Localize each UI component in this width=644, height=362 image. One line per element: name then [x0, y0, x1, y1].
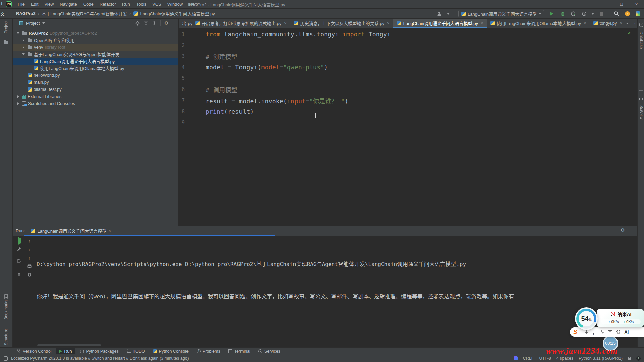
chevron-down-icon[interactable]	[42, 22, 45, 24]
tree-row-venv[interactable]: venv library root	[13, 44, 178, 51]
tree-row-file[interactable]: helloWorld.py	[13, 72, 178, 79]
close-icon[interactable]: ×	[284, 21, 287, 26]
run-console[interactable]: ↑ ↓ ↑ D:\python_pro\RAGPro2\venv\Scripts…	[13, 236, 637, 347]
wrench-icon[interactable]	[17, 247, 21, 251]
toolwindow-services[interactable]: Services	[255, 348, 284, 354]
run-button[interactable]	[548, 10, 555, 17]
tool-stripe-bookmarks[interactable]: Bookmarks	[4, 300, 8, 320]
show-hidden-tabs-icon[interactable]	[626, 23, 629, 24]
horizontal-scrollbar[interactable]	[37, 344, 101, 346]
editor-tab-active[interactable]: LangChain调用通义千问大语言模型.py×	[393, 19, 487, 28]
close-icon[interactable]: ×	[584, 21, 586, 26]
locate-file-icon[interactable]	[135, 21, 140, 26]
tree-row-project-root[interactable]: RAGPro2 D:\python_pro\RAGPro2	[13, 29, 178, 37]
skin-shirt-icon[interactable]	[616, 330, 621, 334]
hide-panel-icon[interactable]: −	[172, 21, 175, 26]
clear-trash-icon[interactable]	[28, 272, 31, 277]
toolwindow-run[interactable]: Run	[56, 348, 75, 354]
tree-row-external-libraries[interactable]: External Libraries	[13, 93, 178, 100]
search-everywhere-icon[interactable]	[613, 10, 620, 17]
minimize-button[interactable]: −	[599, 0, 614, 8]
editor-tab[interactable]: 出.py×	[179, 19, 192, 28]
menu-vcs[interactable]: VCS	[150, 1, 164, 8]
tool-stripe-project[interactable]: Project	[4, 21, 8, 33]
toolwindow-todo[interactable]: TODO	[123, 348, 148, 354]
tool-stripe-sciview[interactable]: SciView	[639, 105, 644, 119]
status-message[interactable]: Localized PyCharm 2023.1.3 is available …	[11, 356, 189, 361]
menu-window[interactable]: Window	[165, 1, 185, 8]
editor-tab[interactable]: 开启思考，打印带思考扩展的流式输出.py×	[192, 19, 290, 28]
tree-row-folder[interactable]: OpenAI库介绍和使用	[13, 37, 178, 44]
tool-stripe-database[interactable]: Database	[639, 32, 644, 49]
menu-code[interactable]: Code	[80, 1, 96, 8]
line-ending-indicator[interactable]: CRLF	[523, 356, 534, 361]
toolwindow-python-packages[interactable]: Python Packages	[76, 348, 122, 354]
close-icon[interactable]: ×	[108, 228, 111, 233]
hide-panel-icon[interactable]: −	[630, 228, 633, 233]
close-icon[interactable]: ×	[620, 21, 623, 26]
scroll-up-icon[interactable]: ↑	[28, 256, 31, 261]
update-available-icon[interactable]: ↑	[624, 10, 631, 17]
toolwindow-terminal[interactable]: Terminal	[225, 348, 254, 354]
notifications-icon[interactable]: !	[636, 356, 641, 361]
nami-ai-widget[interactable]: 纳米AI ↑ 0K/s ↓ 0K/s	[597, 309, 644, 327]
menu-edit[interactable]: Edit	[28, 1, 41, 8]
interpreter-indicator[interactable]: Python 3.11 (RAGPro2)	[579, 356, 623, 361]
toolwindow-version-control[interactable]: Version Control	[13, 348, 55, 354]
tree-row-file[interactable]: 使用LangChain来调用Ollama本地大模型.py	[13, 65, 178, 72]
bookmark-icon[interactable]	[3, 294, 9, 299]
debug-button[interactable]	[559, 10, 566, 17]
folder-icon[interactable]	[3, 40, 9, 45]
menu-file[interactable]: File	[15, 1, 28, 8]
microphone-icon[interactable]	[600, 330, 604, 334]
gear-icon[interactable]: ⚙	[621, 227, 625, 233]
close-icon[interactable]: ×	[387, 21, 390, 26]
editor-tab[interactable]: 历史消息，上下文以及大模型输出的关系.py×	[290, 19, 393, 28]
project-panel-title[interactable]: Project	[26, 21, 40, 26]
chart-icon[interactable]	[638, 95, 644, 101]
sogou-logo[interactable]: S	[573, 329, 577, 336]
menu-navigate[interactable]: Navigate	[57, 1, 79, 8]
ime-cross-icon[interactable]	[585, 330, 589, 334]
editor-tab[interactable]: 使用LangChain来调用Ollama本地大模型.py×	[487, 19, 590, 28]
speed-gauge-widget[interactable]: 54 %	[575, 307, 598, 330]
database-icon[interactable]	[638, 22, 644, 27]
settings-sync-icon[interactable]	[635, 10, 641, 17]
tool-stripe-structure[interactable]: Structure	[4, 329, 8, 345]
tree-row-file[interactable]: main.py	[13, 79, 178, 86]
scroll-down-icon[interactable]: ↓	[28, 247, 31, 252]
print-icon[interactable]	[27, 264, 32, 268]
run-tab[interactable]: LangChain调用通义千问大语言模型 ×	[28, 226, 113, 235]
collapse-all-icon[interactable]	[152, 21, 157, 25]
tree-row-selected-file[interactable]: LangChain调用通义千问大语言模型.py	[13, 58, 178, 65]
tree-row-folder[interactable]: 基于LangChain实现RAG与Agent智能体开发	[13, 51, 178, 58]
encoding-indicator[interactable]: UTF-8	[539, 356, 551, 361]
toolwindow-problems[interactable]: ! Problems	[193, 348, 224, 354]
breadcrumb-file[interactable]: LangChain调用通义千问大语言模型.py	[140, 10, 215, 17]
code-editor[interactable]: 1from langchain_community.llms.tongyi im…	[179, 28, 637, 226]
gear-icon[interactable]: ⚙	[164, 20, 169, 26]
indent-indicator[interactable]: 4 spaces	[556, 356, 573, 361]
editor-tab[interactable]: tongyi.py×	[590, 19, 626, 28]
run-configuration-select[interactable]: LangChain调用通义千问大语言模型	[458, 10, 544, 17]
rerun-button[interactable]	[18, 238, 21, 243]
plugin-update-icon[interactable]	[514, 356, 518, 360]
stop-button[interactable]	[598, 10, 605, 17]
breadcrumb-folder[interactable]: 基于LangChain实现RAG与Agent智能体开发	[42, 10, 127, 17]
code-with-me-user-icon[interactable]	[436, 10, 443, 17]
menu-refactor[interactable]: Refactor	[97, 1, 119, 8]
tree-row-file[interactable]: ollama_test.py	[13, 86, 178, 93]
keyboard-icon[interactable]	[608, 330, 612, 334]
expand-all-icon[interactable]	[144, 21, 148, 25]
menu-run[interactable]: Run	[119, 1, 133, 8]
toolwindow-python-console[interactable]: Python Console	[150, 348, 192, 354]
inspections-ok-icon[interactable]: ✔	[627, 30, 631, 36]
close-button[interactable]: ×	[629, 0, 644, 8]
toolwindow-switcher-icon[interactable]	[4, 356, 8, 361]
profiler-button[interactable]	[570, 10, 577, 17]
pin-icon[interactable]	[17, 273, 21, 277]
menu-tools[interactable]: Tools	[133, 1, 149, 8]
close-icon[interactable]: ×	[481, 21, 483, 26]
kebab-menu-icon[interactable]: ⋮	[633, 21, 637, 26]
maximize-button[interactable]: □	[614, 0, 629, 8]
